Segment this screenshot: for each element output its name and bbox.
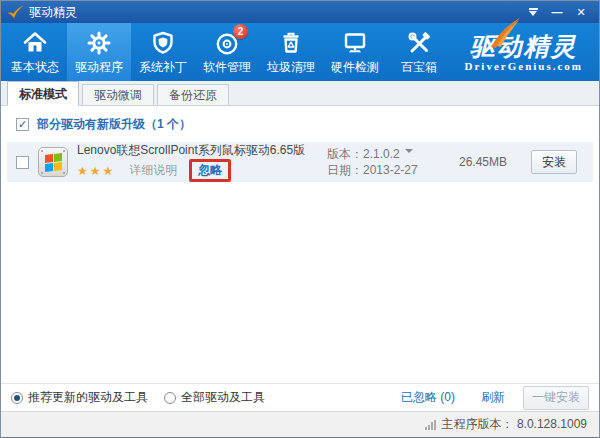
ignored-link[interactable]: 已忽略 (0) — [401, 389, 455, 406]
gear-icon — [86, 28, 112, 56]
driver-genius-logo: 驱动精灵 DriverGenius.com — [465, 23, 583, 81]
refresh-link[interactable]: 刷新 — [481, 389, 505, 406]
radio-recommended-label: 推荐更新的驱动及工具 — [28, 389, 148, 406]
ignore-link[interactable]: 忽略 — [198, 162, 222, 179]
mode-tabbar: 标准模式 驱动微调 备份还原 — [1, 81, 599, 106]
driver-size: 26.45MB — [435, 155, 531, 169]
logo-en-text: DriverGenius.com — [465, 60, 583, 72]
logo-cn-text: 驱动精灵 — [470, 33, 578, 60]
toolbar-item-toolbox[interactable]: 百宝箱 — [387, 23, 451, 81]
window-title: 驱动精灵 — [29, 4, 77, 21]
tab-driver-tuning[interactable]: 驱动微调 — [82, 84, 154, 105]
footer-bar: 推荐更新的驱动及工具 全部驱动及工具 已忽略 (0) 刷新 一键安装 — [1, 383, 599, 411]
signal-bars-icon — [425, 420, 436, 430]
toolbar-item-software-manager[interactable]: 2 软件管理 — [195, 23, 259, 81]
status-bar: 主程序版本： 8.0.128.1009 — [1, 411, 599, 437]
content-area: ✓ 部分驱动有新版升级（1 个） Lenovo联想ScrollPoint系列鼠标… — [1, 106, 599, 383]
driver-date: 日期：2013-2-27 — [327, 162, 435, 178]
monitor-icon — [342, 28, 368, 56]
radio-recommended-drivers[interactable]: 推荐更新的驱动及工具 — [11, 389, 148, 406]
update-count-badge: 2 — [233, 24, 248, 39]
section-header-label: 部分驱动有新版升级（1 个） — [37, 116, 191, 133]
install-button[interactable]: 安装 — [531, 150, 577, 174]
detail-link[interactable]: 详细说明 — [129, 162, 177, 179]
driver-version-info: 版本：2.1.0.2 日期：2013-2-27 — [327, 146, 435, 178]
version-dropdown-icon[interactable] — [405, 149, 413, 157]
toolbar-item-label: 百宝箱 — [401, 59, 437, 76]
radio-unselected-icon — [164, 392, 176, 404]
toolbar-item-label: 系统补丁 — [139, 59, 187, 76]
driver-checkbox[interactable] — [16, 156, 29, 169]
toolbar-item-label: 软件管理 — [203, 59, 251, 76]
app-logo-check-icon — [7, 5, 24, 20]
toolbar-item-label: 基本状态 — [11, 59, 59, 76]
minimize-icon[interactable]: — — [545, 3, 569, 21]
driver-name: Lenovo联想ScrollPoint系列鼠标驱动6.65版 — [77, 142, 327, 158]
annotation-red-box: 忽略 — [189, 159, 231, 182]
windows-driver-icon — [38, 147, 68, 177]
program-version-text: 主程序版本： 8.0.128.1009 — [442, 416, 587, 433]
tools-icon — [406, 28, 432, 56]
select-all-checkbox[interactable]: ✓ — [16, 118, 29, 131]
toolbar-item-junk-cleaner[interactable]: 垃圾清理 — [259, 23, 323, 81]
home-icon — [22, 28, 48, 56]
toolbar-item-drivers[interactable]: 驱动程序 — [67, 23, 131, 81]
toolbar-item-label: 驱动程序 — [75, 59, 123, 76]
toolbar-item-system-patches[interactable]: 系统补丁 — [131, 23, 195, 81]
shield-icon — [150, 28, 176, 56]
rating-stars-icon: ★★★ — [77, 164, 115, 178]
app-window: 驱动精灵 — ✕ 基本状态 驱动程序 系统补丁 2 — [0, 0, 600, 438]
trash-icon — [278, 28, 304, 56]
driver-version: 版本：2.1.0.2 — [327, 147, 400, 161]
toolbar-item-label: 硬件检测 — [331, 59, 379, 76]
main-toolbar: 基本状态 驱动程序 系统补丁 2 软件管理 垃圾清理 — [1, 23, 599, 81]
radio-all-drivers[interactable]: 全部驱动及工具 — [164, 389, 265, 406]
driver-row: Lenovo联想ScrollPoint系列鼠标驱动6.65版 ★★★ 详细说明 … — [7, 142, 593, 182]
tab-standard-mode[interactable]: 标准模式 — [7, 81, 79, 106]
tab-backup-restore[interactable]: 备份还原 — [157, 84, 229, 105]
one-click-install-button[interactable]: 一键安装 — [523, 386, 589, 410]
toolbar-item-basic-status[interactable]: 基本状态 — [3, 23, 67, 81]
titlebar: 驱动精灵 — ✕ — [1, 1, 599, 23]
toolbar-item-hardware-check[interactable]: 硬件检测 — [323, 23, 387, 81]
radio-selected-icon — [11, 392, 23, 404]
menu-icon[interactable] — [521, 3, 545, 21]
radio-all-label: 全部驱动及工具 — [181, 389, 265, 406]
update-section-header: ✓ 部分驱动有新版升级（1 个） — [7, 115, 593, 142]
close-icon[interactable]: ✕ — [569, 3, 593, 21]
toolbar-item-label: 垃圾清理 — [267, 59, 315, 76]
